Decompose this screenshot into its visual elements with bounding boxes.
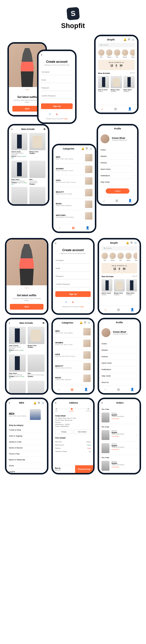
apple-icon[interactable]	[78, 300, 81, 304]
men-category-item[interactable]: Tunics & Tops	[9, 451, 44, 457]
profile-item[interactable]: Notifications›	[102, 366, 137, 373]
search-input[interactable]: 🔍 Search	[102, 246, 137, 250]
heart-icon[interactable]: ♡	[86, 147, 88, 150]
men-category-item[interactable]: T-shirts & Shirts	[9, 427, 44, 433]
proceed-button[interactable]: Proceed to buy	[75, 465, 93, 473]
signup-button[interactable]: Sign Up	[41, 103, 73, 109]
men-category-item[interactable]: Sarees & Blouses	[9, 445, 44, 451]
category-item[interactable]: BAGSAll Bags, Wallets, Backpacks...	[55, 372, 91, 384]
profile-item[interactable]: Address›	[101, 160, 135, 166]
product-card[interactable]: Pepe JeansBullfinch Grey Backpack₹1499.0…	[11, 161, 27, 185]
product-card[interactable]: NikoNike Women's Kelementuggs₹3499.0	[29, 161, 45, 185]
full-name-field[interactable]	[41, 69, 73, 75]
profile-item[interactable]: Address›	[102, 354, 137, 360]
category-item[interactable]: BAGSAll Bags, Wallets, Backpacks...	[56, 198, 92, 210]
category-item[interactable]: KIDSShirts, Pant Jeans, Shorts, Trousers…	[56, 175, 92, 187]
category-item[interactable]: HOME & LIVINGTowels, Blankets, Bedsheets…	[56, 222, 92, 224]
nav-home-icon[interactable]: ⌂	[101, 107, 103, 110]
product-card[interactable]: Pepe Jeans₹1499.0	[124, 76, 135, 92]
product-card[interactable]	[29, 187, 45, 204]
back-icon[interactable]: ‹	[41, 53, 42, 56]
cat-bags[interactable]: Bags	[130, 49, 135, 58]
category-item[interactable]: BEAUTYMakeup, Skincare, Grooming...	[55, 361, 91, 372]
new-address-button[interactable]: New Address	[74, 430, 91, 434]
google-icon[interactable]: G	[55, 112, 59, 116]
men-category-item[interactable]: Lingerie	[9, 469, 44, 473]
men-category-item[interactable]: Shorts	[9, 463, 44, 469]
heart-icon[interactable]: ♡	[131, 242, 133, 244]
email-field[interactable]	[41, 77, 73, 83]
apple-icon[interactable]	[62, 112, 66, 116]
category-item[interactable]: MENShirts, T-Shirts, Jeans, Watches...	[56, 152, 92, 164]
bell-icon[interactable]: 🔔	[81, 147, 84, 150]
men-category-item[interactable]: Jeans & Jeggings	[9, 433, 44, 439]
cat-women[interactable]: Women	[106, 49, 112, 58]
category-item[interactable]: BEAUTYMakeup, Skincare, Grooming...	[56, 187, 92, 198]
product-card[interactable]: Jack & Jones₹764.0	[98, 76, 109, 92]
facebook-icon[interactable]: f	[48, 112, 52, 116]
email-field[interactable]	[55, 266, 91, 272]
logout-button[interactable]: LogOut	[106, 188, 130, 194]
profile-item[interactable]: Saved Cards›	[102, 360, 137, 366]
product-card[interactable]: Jack & JonesWomen Black Printed Sweatshi…	[11, 133, 27, 159]
nav-profile-icon[interactable]: 👤	[86, 226, 89, 230]
nav-profile-icon[interactable]: 👤	[128, 199, 132, 202]
next-button[interactable]: Next	[10, 304, 44, 310]
cart-icon[interactable]: 🛒	[89, 147, 92, 150]
order-item[interactable]: ARRIVESSpykarOSW#(3415)14402043Order Det…	[102, 442, 137, 455]
facebook-icon[interactable]: f	[64, 300, 68, 304]
cat-men[interactable]: Men	[98, 49, 104, 58]
category-item[interactable]: WOMENDresses, Tops, Jeans, Trousers...	[55, 338, 91, 349]
nav-home-icon[interactable]: ⌂	[103, 199, 105, 202]
signup-button[interactable]: Sign Up	[55, 291, 91, 297]
cart-icon[interactable]: 🛒	[132, 38, 135, 41]
order-item[interactable]: ARRIVESSpykarOSW#(3415)14402043Order Det…	[102, 459, 137, 472]
product-card[interactable]: Mango Carlo₹1269.0	[29, 133, 45, 159]
view-detail-link[interactable]: View detail	[55, 470, 73, 471]
nav-profile-icon[interactable]: 👤	[128, 107, 132, 110]
nav-grid-icon[interactable]: ▦	[72, 226, 74, 230]
bell-icon[interactable]: 🔔	[124, 38, 127, 41]
heart-icon[interactable]: ♡	[128, 38, 130, 41]
full-name-field[interactable]	[55, 258, 91, 264]
see-all-link[interactable]: See All	[130, 72, 135, 74]
google-icon[interactable]: G	[71, 300, 74, 304]
product-card[interactable]: Mango Carlo₹1269.0	[111, 76, 122, 92]
nav-grid-icon[interactable]: ▦	[115, 199, 118, 202]
profile-item[interactable]: Saved Cards›	[101, 166, 135, 172]
category-item[interactable]: WOMENDresses, Tops, Jeans, Trousers...	[56, 164, 92, 175]
nav-grid-icon[interactable]: ▦	[114, 107, 117, 110]
men-category-item[interactable]: Jackets & Coats	[9, 439, 44, 445]
category-item[interactable]: KIDSShirts, Pant Jeans, Shorts, Trousers…	[55, 349, 91, 361]
profile-item[interactable]: Help Center›	[102, 373, 137, 379]
category-item[interactable]: WATCHESSmart Watches, Premium Bands...	[56, 210, 92, 222]
profile-item[interactable]: Help Center›	[101, 179, 135, 186]
back-icon[interactable]: ‹	[11, 128, 12, 131]
password-field[interactable]	[55, 274, 91, 279]
profile-item[interactable]: Notifications›	[101, 172, 135, 179]
back-icon[interactable]: ‹	[55, 242, 56, 245]
nav-home-icon[interactable]: ⌂	[59, 226, 61, 230]
phone-home: Shopfit🔔♡🛒🔍 SearchMenWomenKidsBeautyBags…	[98, 238, 141, 315]
login-link[interactable]: Already have an account? Login	[41, 118, 73, 120]
category-item[interactable]: MENShirts, T-Shirts, Jeans, Watches...	[55, 326, 91, 338]
profile-item[interactable]: Wishlist›	[102, 347, 137, 354]
order-item[interactable]: ARRIVESSpykarOSW#(3415)14402043Order Det…	[102, 428, 137, 442]
men-category-item[interactable]: Blazers & Waistcoats	[9, 457, 44, 463]
password-field[interactable]	[41, 85, 73, 91]
confirm-password-field[interactable]	[55, 281, 91, 287]
profile-item[interactable]: Orders›	[101, 147, 135, 153]
product-card[interactable]	[11, 187, 27, 204]
search-input[interactable]: 🔍 Search	[98, 43, 135, 47]
bell-icon[interactable]: 🔔	[126, 242, 129, 244]
profile-item[interactable]: Wishlist›	[101, 153, 135, 160]
confirm-password-field[interactable]	[41, 93, 73, 99]
cat-beauty[interactable]: Beauty	[122, 49, 128, 58]
filter-icon[interactable]: ⚙	[44, 128, 45, 130]
order-item[interactable]: ARRIVESSpykarOSW#(3415)14402043Order Det…	[102, 411, 137, 424]
cat-kids[interactable]: Kids	[114, 49, 120, 58]
profile-item[interactable]: Orders›	[102, 340, 137, 347]
cart-icon[interactable]: 🛒	[134, 242, 137, 244]
change-button[interactable]: Change	[55, 430, 73, 434]
profile-item[interactable]: About Us›	[102, 379, 137, 386]
